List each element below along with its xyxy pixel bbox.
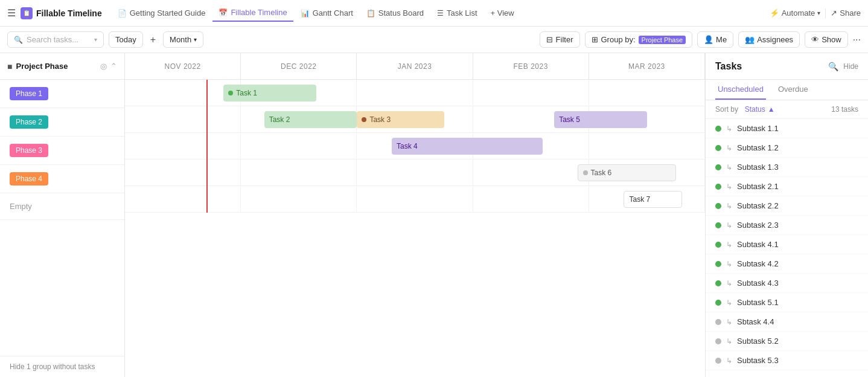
task-item-name: Subtask 4.2 xyxy=(737,259,779,268)
empty-label: Empty xyxy=(10,202,32,211)
task-list-item[interactable]: ↳Subtask 2.1 xyxy=(706,177,868,196)
group-phase3[interactable]: Phase 3 xyxy=(0,137,124,165)
gantt-icon: 📊 xyxy=(301,9,310,18)
task-list-item[interactable]: ↳Subtask 4.3 xyxy=(706,274,868,293)
cell-mar-p1 xyxy=(589,80,705,106)
automate-dropdown-icon: ▾ xyxy=(817,10,820,16)
tab-unscheduled[interactable]: Unscheduled xyxy=(715,80,766,100)
task-bar-task5[interactable]: Task 5 xyxy=(554,111,647,128)
hide-groups-footer[interactable]: Hide 1 group without tasks xyxy=(0,356,124,377)
tasks-panel: Tasks 🔍 Hide Unscheduled Overdue Sort by… xyxy=(705,53,868,377)
group-phase1[interactable]: Phase 1 xyxy=(0,80,124,108)
subtask-icon: ↳ xyxy=(726,260,732,268)
more-options-button[interactable]: ··· xyxy=(853,34,861,45)
tasks-search-icon[interactable]: 🔍 xyxy=(828,62,838,71)
subtask-icon: ↳ xyxy=(726,337,732,346)
sort-value[interactable]: Status ▲ xyxy=(740,105,774,114)
tasks-hide-button[interactable]: Hide xyxy=(843,62,858,71)
tab-gantt-chart[interactable]: 📊 Gantt Chart xyxy=(295,5,359,21)
timeline-row-phase3: Task 4 xyxy=(125,133,705,160)
task-list-item[interactable]: ↳Subtask 5.1 xyxy=(706,293,868,312)
month-button[interactable]: Month ▾ xyxy=(163,31,203,48)
task-bar-task3[interactable]: Task 3 xyxy=(357,111,444,128)
task-list-item[interactable]: ↳Subtask 5.3 xyxy=(706,351,868,370)
group-phase4[interactable]: Phase 4 xyxy=(0,165,124,193)
task-list-item[interactable]: ↳Subtask 4.2 xyxy=(706,254,868,274)
groups-header-icon: ■ xyxy=(7,62,12,71)
task-bar-task2[interactable]: Task 2 xyxy=(264,111,357,128)
phase1-tag[interactable]: Phase 1 xyxy=(10,87,48,100)
filter-button[interactable]: ⊟ Filter xyxy=(540,31,580,48)
menu-icon[interactable]: ☰ xyxy=(7,7,16,19)
main-content: ■ Project Phase ◎ ⌃ Phase 1 Phase 2 Phas… xyxy=(0,53,868,377)
subtask-icon: ↳ xyxy=(726,163,732,172)
tasks-list: ↳Subtask 1.1↳Subtask 1.2↳Subtask 1.3↳Sub… xyxy=(706,119,868,377)
group-phase2[interactable]: Phase 2 xyxy=(0,108,124,137)
task-status-dot xyxy=(715,145,721,151)
assignees-button[interactable]: 👥 Assignees xyxy=(738,31,800,48)
task-bar-task1[interactable]: Task 1 xyxy=(223,85,316,102)
nav-divider xyxy=(825,8,826,18)
task7-label: Task 7 xyxy=(629,195,650,204)
tab-status-board[interactable]: 📋 Status Board xyxy=(360,5,430,21)
timeline-icon: 📅 xyxy=(219,8,228,17)
task-list-item[interactable]: ↳Subtask 2.2 xyxy=(706,196,868,216)
task-list-item[interactable]: ↳Subtask 1.1 xyxy=(706,119,868,138)
tab-overdue[interactable]: Overdue xyxy=(776,80,811,100)
phase2-tag[interactable]: Phase 2 xyxy=(10,115,48,129)
phase4-tag[interactable]: Phase 4 xyxy=(10,172,48,185)
groups-header-actions: ◎ ⌃ xyxy=(100,62,117,71)
tab-fillable-timeline[interactable]: 📅 Fillable Timeline xyxy=(212,4,293,22)
tasks-panel-header: Tasks 🔍 Hide xyxy=(706,53,868,80)
tab-getting-started[interactable]: 📄 Getting Started Guide xyxy=(112,5,212,21)
search-box[interactable]: 🔍 Search tasks... ▾ xyxy=(7,31,104,48)
task-item-name: Subtask 2.1 xyxy=(737,182,779,191)
task-list-item[interactable]: ↳Subtask 4.1 xyxy=(706,235,868,254)
hide-icon[interactable]: ◎ xyxy=(100,62,107,71)
task-status-dot xyxy=(715,164,721,170)
task-list-item[interactable]: ↳Subtask 2.3 xyxy=(706,216,868,235)
tab-add-view[interactable]: + View xyxy=(485,5,520,21)
collapse-icon[interactable]: ⌃ xyxy=(110,62,117,71)
task3-dot xyxy=(362,117,366,122)
share-button[interactable]: ↗ Share xyxy=(831,8,861,18)
cell-feb-p4 xyxy=(473,160,589,185)
cell-jan-p4 xyxy=(357,160,473,185)
month-feb2023: FEB 2023 xyxy=(473,53,589,79)
board-icon: 📋 xyxy=(366,9,375,18)
tab-task-list[interactable]: ☰ Task List xyxy=(431,5,483,21)
task-list-item[interactable]: ↳Subtask 5.2 xyxy=(706,332,868,351)
task-bar-task7[interactable]: Task 7 xyxy=(624,191,681,208)
task-item-name: Subtask 2.3 xyxy=(737,221,779,230)
group-by-button[interactable]: ⊞ Group by: Project Phase xyxy=(585,31,693,48)
cell-dec-p4 xyxy=(241,160,357,185)
month-nov2022: NOV 2022 xyxy=(125,53,241,79)
task-list-item[interactable]: ↳Subtask 1.3 xyxy=(706,158,868,177)
tasks-count: 13 tasks xyxy=(831,105,858,114)
task-item-name: Subtask 4.3 xyxy=(737,279,779,288)
task6-label: Task 6 xyxy=(591,169,612,177)
add-button[interactable]: + xyxy=(148,34,158,45)
cell-dec-p3 xyxy=(241,133,357,159)
timeline-row-phase1: Task 1 xyxy=(125,80,705,106)
task-item-name: Subtask 1.3 xyxy=(737,163,779,172)
task-item-name: Sbtask 4.4 xyxy=(737,317,774,326)
show-icon: 👁 xyxy=(811,35,819,44)
task-list-item[interactable]: ↳Sbtask 4.4 xyxy=(706,312,868,332)
nav-tabs: 📄 Getting Started Guide 📅 Fillable Timel… xyxy=(112,4,767,22)
task-bar-task6[interactable]: Task 6 xyxy=(578,164,676,181)
show-button[interactable]: 👁 Show xyxy=(805,31,848,48)
top-nav: ☰ 📋 Fillable Timeline 📄 Getting Started … xyxy=(0,0,868,27)
task2-label: Task 2 xyxy=(269,115,290,124)
task1-label: Task 1 xyxy=(236,89,257,97)
me-button[interactable]: 👤 Me xyxy=(697,31,733,48)
task-bar-task4[interactable]: Task 4 xyxy=(392,138,543,155)
automate-button[interactable]: ⚡ Automate ▾ xyxy=(770,8,821,18)
task-status-dot xyxy=(715,300,721,306)
subtask-icon: ↳ xyxy=(726,202,732,210)
today-button[interactable]: Today xyxy=(109,31,143,48)
phase3-tag[interactable]: Phase 3 xyxy=(10,144,48,157)
task6-dot xyxy=(583,170,588,175)
subtask-icon: ↳ xyxy=(726,144,732,152)
task-list-item[interactable]: ↳Subtask 1.2 xyxy=(706,138,868,158)
